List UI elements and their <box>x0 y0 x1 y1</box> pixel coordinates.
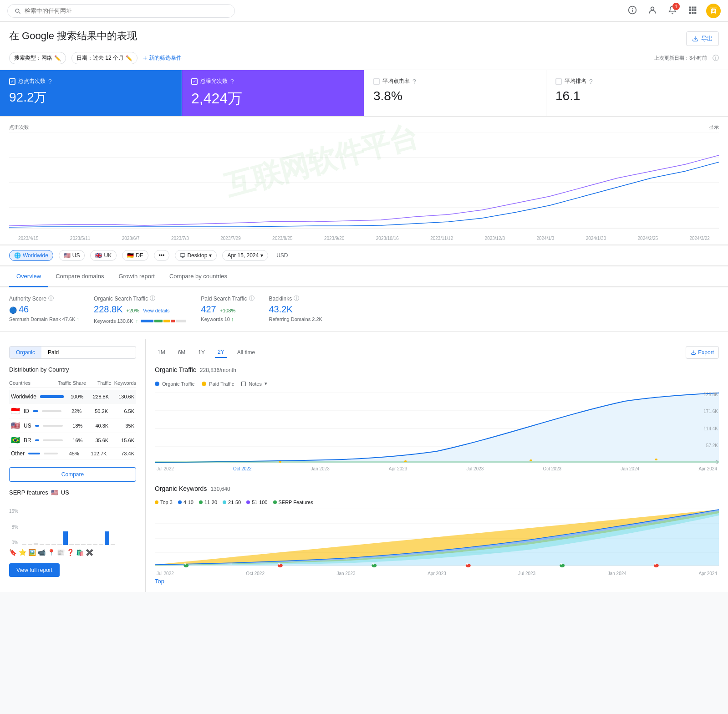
compare-button[interactable]: Compare <box>9 467 136 482</box>
traffic-header: Organic Traffic 228,836/month <box>155 366 719 377</box>
kw-21-50-dot <box>223 500 226 504</box>
secondary-bar: 🌐 Worldwide 🇺🇸 US 🇬🇧 UK 🇩🇪 DE ••• Deskto… <box>0 245 728 266</box>
tab-compare-domains[interactable]: Compare domains <box>48 266 111 287</box>
time-2y[interactable]: 2Y <box>215 347 227 358</box>
date-chip[interactable]: Apr 15, 2024 ▾ <box>222 250 268 261</box>
clicks-checkbox[interactable] <box>9 78 15 85</box>
tab-growth-report[interactable]: Growth report <box>111 266 162 287</box>
profile-button[interactable] <box>646 4 659 18</box>
search-box[interactable] <box>7 4 235 18</box>
authority-help-icon[interactable]: ⓘ <box>48 295 54 302</box>
worldwide-label: Worldwide <box>23 252 48 259</box>
us-chip[interactable]: 🇺🇸 US <box>59 250 85 261</box>
time-controls: 1M 6M 1Y 2Y All time Export <box>155 346 719 359</box>
edit-icon: ✏️ <box>54 55 61 61</box>
ctr-help-icon[interactable]: ? <box>412 78 416 85</box>
kw-4-10[interactable]: 4-10 <box>178 500 193 505</box>
authority-score-value: 🔵46 <box>9 304 79 315</box>
organic-traffic-legend[interactable]: Organic Traffic <box>155 381 194 387</box>
notification-button[interactable]: 1 <box>666 4 679 18</box>
us-flag: 🇺🇸 <box>11 421 20 430</box>
more-countries[interactable]: ••• <box>154 250 170 261</box>
br-flag: 🇧🇷 <box>11 436 20 444</box>
paid-traffic-value: 427 <box>201 304 216 315</box>
top-label: Top <box>155 578 719 585</box>
kw-21-50[interactable]: 21-50 <box>223 500 241 505</box>
last-updated-help[interactable]: ⓘ <box>713 54 719 62</box>
clicks-help-icon[interactable]: ? <box>48 78 52 85</box>
help-button[interactable] <box>626 4 639 18</box>
paid-tab[interactable]: Paid <box>41 347 65 358</box>
plus-icon: + <box>143 54 147 62</box>
kw-top3[interactable]: Top 3 <box>155 500 173 505</box>
paid-dot <box>202 382 206 386</box>
apps-button[interactable] <box>686 4 699 18</box>
organic-tab[interactable]: Organic <box>10 347 41 358</box>
kw-serp-dot <box>273 500 277 504</box>
distribution-title: Distribution by Country <box>9 366 136 373</box>
paid-help-icon[interactable]: ⓘ <box>249 295 255 302</box>
search-type-filter[interactable]: 搜索类型：网络 ✏️ <box>9 52 66 64</box>
traffic-share: 18% <box>66 423 82 428</box>
avatar[interactable]: 西 <box>706 4 721 18</box>
keywords-value: 130.6K <box>112 394 134 399</box>
svg-text:G: G <box>466 563 468 566</box>
device-chip[interactable]: Desktop ▾ <box>175 250 217 261</box>
worldwide-chip[interactable]: 🌐 Worldwide <box>9 250 53 261</box>
filter-bar: 搜索类型：网络 ✏️ 日期：过去 12 个月 ✏️ + 新的筛选条件 上次更新日… <box>9 48 719 70</box>
authority-score-block: Authority Score ⓘ 🔵46 Semrush Domain Ran… <box>9 295 79 324</box>
de-chip[interactable]: 🇩🇪 DE <box>122 250 148 261</box>
export-button[interactable]: 导出 <box>686 31 719 46</box>
kw-serp[interactable]: SERP Features <box>273 500 313 505</box>
position-checkbox[interactable] <box>555 78 562 85</box>
tab-compare-countries[interactable]: Compare by countries <box>162 266 234 287</box>
paid-traffic-legend[interactable]: Paid Traffic <box>202 381 234 387</box>
us-flag: 🇺🇸 <box>64 252 71 259</box>
clicks-label: 总点击次数 <box>18 77 46 85</box>
position-help-icon[interactable]: ? <box>589 78 593 85</box>
add-filter-button[interactable]: + 新的筛选条件 <box>143 54 182 62</box>
view-details-link[interactable]: View details <box>143 308 170 313</box>
time-1y[interactable]: 1Y <box>195 347 208 357</box>
table-row: 🇧🇷 BR 16% 35.6K 15.6K <box>9 433 136 448</box>
notes-chevron: ▾ <box>265 381 267 387</box>
time-1m[interactable]: 1M <box>155 347 168 357</box>
search-input[interactable] <box>25 7 228 14</box>
backlinks-help-icon[interactable]: ⓘ <box>294 295 299 302</box>
traffic-value: 50.2K <box>85 408 108 414</box>
impressions-metric: 总曝光次数 ? 2,424万 <box>182 70 364 116</box>
de-flag: 🇩🇪 <box>127 252 134 259</box>
impressions-help-icon[interactable]: ? <box>230 78 234 85</box>
paid-legend-label: Paid Traffic <box>209 381 234 387</box>
impressions-checkbox[interactable] <box>191 78 198 85</box>
ctr-checkbox[interactable] <box>373 78 380 85</box>
keywords-chart: G G G G G G Jul 2022 Oct 2022 Jan 2023 A… <box>155 509 719 572</box>
chart-y-left-label: 点击次数 <box>9 124 29 131</box>
backlinks-block: Backlinks ⓘ 43.2K Referring Domains 2.2K <box>269 295 322 324</box>
serp-title-text: SERP features <box>9 489 48 496</box>
svg-point-27 <box>655 459 658 460</box>
time-alltime[interactable]: All time <box>234 347 258 357</box>
serp-bars <box>22 509 136 545</box>
two-column-layout: Organic Paid Distribution by Country Cou… <box>0 339 728 592</box>
serp-bar <box>99 544 103 545</box>
kw-51-100[interactable]: 51-100 <box>246 500 267 505</box>
right-export-button[interactable]: Export <box>686 346 719 359</box>
svg-rect-7 <box>694 9 696 11</box>
organic-help-icon[interactable]: ⓘ <box>150 295 155 302</box>
search-type-label: 搜索类型：网络 <box>14 54 52 62</box>
currency-chip: USD <box>274 250 290 260</box>
metrics-row: 总点击次数 ? 92.2万 总曝光次数 ? 2,424万 平均点击率 ? 3.8… <box>0 70 728 117</box>
keywords-value: 73.4K <box>110 451 134 456</box>
ctr-value: 3.8% <box>373 89 537 103</box>
referring-domains: Referring Domains 2.2K <box>269 316 322 322</box>
kw-11-20[interactable]: 11-20 <box>199 500 217 505</box>
traffic-x-axis: Jul 2022 Oct 2022 Jan 2023 Apr 2023 Jul … <box>155 466 719 471</box>
traffic-y-axis: 228.8K 171.6K 114.4K 57.2K 0 <box>703 392 719 465</box>
notes-legend[interactable]: Notes ▾ <box>241 381 267 387</box>
tab-overview[interactable]: Overview <box>9 266 48 287</box>
time-6m[interactable]: 6M <box>175 347 188 357</box>
date-filter[interactable]: 日期：过去 12 个月 ✏️ <box>71 52 137 64</box>
view-full-report-button[interactable]: View full report <box>9 563 60 577</box>
uk-chip[interactable]: 🇬🇧 UK <box>90 250 117 261</box>
